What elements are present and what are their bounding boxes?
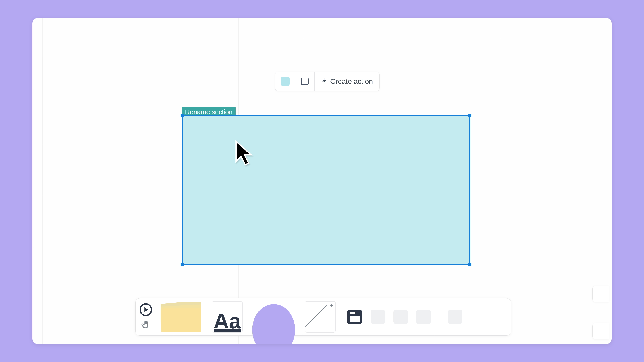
shape-tool[interactable] [252, 300, 295, 334]
connector-tool[interactable] [299, 300, 342, 334]
bottom-toolbar: Aa [135, 298, 511, 336]
selected-section[interactable] [182, 115, 470, 265]
create-action-button[interactable]: Create action [314, 71, 380, 91]
frame-icon [301, 77, 308, 85]
canvas[interactable]: Create action Rename section [32, 18, 612, 344]
fill-color-button[interactable] [275, 71, 295, 91]
context-toolbar: Create action [275, 71, 380, 91]
resize-handle-tr[interactable] [468, 113, 471, 117]
resize-handle-br[interactable] [468, 263, 471, 266]
resize-handle-tl[interactable] [181, 113, 184, 117]
play-button[interactable] [140, 304, 152, 317]
divider [437, 304, 437, 330]
tool-placeholder-1[interactable] [370, 310, 385, 324]
text-tool[interactable]: Aa [206, 300, 249, 334]
right-side-control-1[interactable] [592, 286, 609, 302]
tool-placeholder-2[interactable] [393, 310, 408, 324]
section-tool[interactable] [347, 310, 362, 324]
sticky-note-icon [160, 302, 201, 332]
connector-icon [304, 301, 336, 333]
text-tool-icon: Aa [212, 301, 243, 333]
tool-placeholder-4[interactable] [448, 310, 462, 324]
sticky-note-tool[interactable] [159, 300, 202, 334]
resize-handle-bl[interactable] [181, 263, 184, 266]
circle-shape-icon [252, 304, 295, 344]
right-side-control-2[interactable] [592, 323, 609, 340]
frame-button[interactable] [295, 71, 314, 91]
divider [345, 304, 346, 330]
hand-tool-button[interactable] [141, 320, 150, 330]
color-swatch-icon [281, 77, 290, 86]
lightning-icon [321, 77, 327, 86]
cursor-pointer-icon [234, 140, 254, 166]
tool-placeholder-3[interactable] [416, 310, 431, 324]
create-action-label: Create action [330, 77, 373, 86]
